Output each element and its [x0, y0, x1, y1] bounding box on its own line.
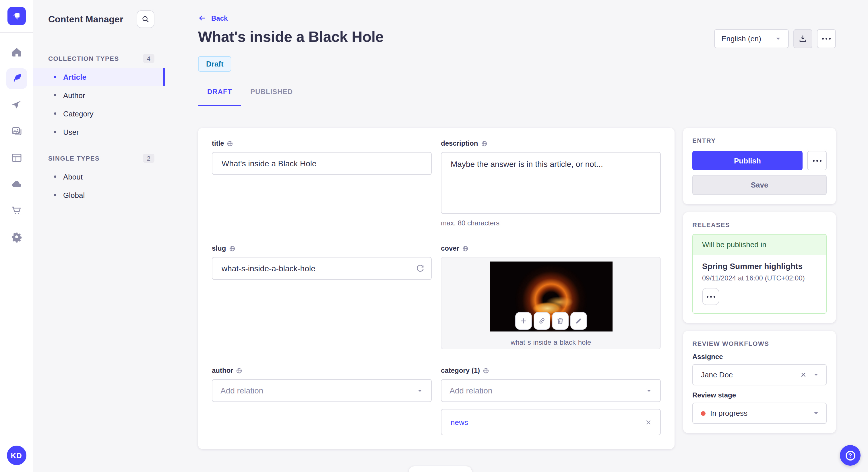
sidebar-item-global[interactable]: Global — [33, 186, 165, 204]
scroll-peek-pill[interactable] — [409, 466, 472, 472]
bullet-icon — [54, 94, 56, 96]
save-button[interactable]: Save — [692, 175, 827, 195]
section-label-single-types: SINGLE TYPES — [48, 155, 100, 162]
category-relation-select[interactable]: Add relation — [441, 379, 661, 402]
entry-panel-heading: ENTRY — [692, 137, 827, 144]
avatar[interactable]: KD — [7, 446, 26, 465]
sidebar-item-label: Global — [63, 191, 85, 199]
review-stage-label: Review stage — [692, 391, 827, 399]
edit-icon[interactable] — [570, 312, 587, 330]
clear-icon[interactable] — [800, 371, 807, 378]
logo-box — [0, 0, 33, 33]
category-tag-row: news — [441, 409, 661, 435]
chevron-down-icon — [813, 410, 819, 416]
export-button[interactable] — [794, 29, 812, 48]
description-hint: max. 80 characters — [441, 219, 661, 227]
publish-button[interactable]: Publish — [692, 151, 803, 170]
category-placeholder: Add relation — [450, 386, 646, 395]
stage-dot-icon — [701, 411, 706, 415]
globe-icon — [229, 245, 235, 251]
cart-icon[interactable] — [6, 200, 27, 221]
layout-icon[interactable] — [6, 147, 27, 168]
slug-input[interactable] — [212, 257, 432, 280]
ellipsis-icon — [706, 296, 715, 297]
field-slug: slug — [212, 244, 432, 349]
ellipsis-icon — [813, 160, 821, 162]
back-arrow-icon — [198, 14, 207, 22]
home-icon[interactable] — [6, 42, 27, 63]
description-textarea[interactable] — [441, 152, 661, 214]
entry-more-button[interactable] — [807, 151, 827, 170]
tab-published[interactable]: PUBLISHED — [241, 84, 302, 106]
title-input[interactable] — [212, 152, 432, 175]
main-content: Back What's inside a Black Hole English … — [165, 0, 868, 472]
release-name[interactable]: Spring Summer highlights — [702, 262, 817, 271]
header-more-button[interactable] — [817, 29, 836, 48]
description-field-label: description — [441, 139, 478, 147]
bullet-icon — [54, 194, 56, 196]
back-link[interactable]: Back — [198, 14, 228, 22]
slug-field-label: slug — [212, 244, 226, 252]
back-label: Back — [211, 14, 228, 22]
releases-panel-heading: RELEASES — [692, 222, 827, 228]
regenerate-icon[interactable] — [415, 264, 425, 273]
globe-icon — [481, 140, 487, 146]
cloud-icon[interactable] — [6, 174, 27, 194]
add-icon[interactable] — [515, 312, 532, 330]
nav-rail: KD — [0, 0, 33, 472]
bullet-icon — [54, 175, 56, 178]
assignee-value: Jane Doe — [701, 370, 794, 379]
release-more-button[interactable] — [702, 288, 719, 305]
stage-value: In progress — [710, 409, 747, 417]
bullet-icon — [54, 112, 56, 115]
globe-icon — [236, 367, 243, 374]
gear-icon[interactable] — [6, 227, 27, 247]
sidebar-item-about[interactable]: About — [33, 167, 165, 186]
subnav-title: Content Manager — [48, 14, 123, 24]
chevron-down-icon — [813, 372, 819, 378]
delete-icon[interactable] — [552, 312, 568, 330]
single-types-count-badge: 2 — [143, 154, 154, 163]
author-relation-select[interactable]: Add relation — [212, 379, 432, 402]
assignee-select[interactable]: Jane Doe — [692, 364, 827, 385]
locale-select[interactable]: English (en) — [714, 29, 789, 48]
help-button[interactable]: ? — [840, 445, 861, 466]
cover-field-label: cover — [441, 244, 459, 252]
review-stage-select[interactable]: In progress — [692, 403, 827, 424]
assignee-label: Assignee — [692, 353, 827, 361]
close-icon[interactable] — [645, 418, 652, 426]
send-icon[interactable] — [6, 95, 27, 115]
author-field-label: author — [212, 367, 234, 374]
globe-icon — [483, 367, 489, 374]
sidebar-item-author[interactable]: Author — [33, 86, 165, 104]
sidebar-item-label: Author — [63, 91, 85, 100]
collection-types-count-badge: 4 — [143, 54, 154, 63]
feather-icon[interactable] — [6, 68, 27, 89]
locale-selected-value: English (en) — [721, 34, 761, 43]
sidebar-item-label: User — [63, 128, 79, 136]
subnav: Content Manager COLLECTION TYPES 4 Artic… — [33, 0, 165, 472]
field-description: description max. 80 characters — [441, 139, 661, 227]
field-cover: cover what-s-inside-a-black-hole — [441, 244, 661, 349]
title-field-label: title — [212, 139, 224, 147]
cover-caption: what-s-inside-a-black-hole — [441, 338, 660, 346]
field-author: author Add relation — [212, 367, 432, 435]
question-icon: ? — [845, 450, 855, 460]
sidebar-item-category[interactable]: Category — [33, 104, 165, 123]
strapi-logo[interactable] — [7, 7, 26, 25]
chevron-down-icon — [417, 387, 423, 394]
review-workflows-heading: REVIEW WORKFLOWS — [692, 340, 827, 347]
link-icon[interactable] — [533, 312, 550, 330]
side-column: ENTRY Publish Save RELEASES Will be publ… — [683, 128, 836, 433]
media-icon[interactable] — [6, 121, 27, 142]
sidebar-item-label: About — [63, 172, 83, 181]
bullet-icon — [54, 131, 56, 133]
category-field-label: category (1) — [441, 367, 480, 374]
sidebar-item-user[interactable]: User — [33, 123, 165, 141]
category-tag-news[interactable]: news — [451, 418, 645, 427]
sidebar-item-article[interactable]: Article — [33, 68, 165, 86]
release-card: Will be published in Spring Summer highl… — [692, 234, 827, 314]
globe-icon — [462, 245, 468, 251]
tab-draft[interactable]: DRAFT — [198, 84, 241, 106]
search-button[interactable] — [136, 10, 154, 28]
